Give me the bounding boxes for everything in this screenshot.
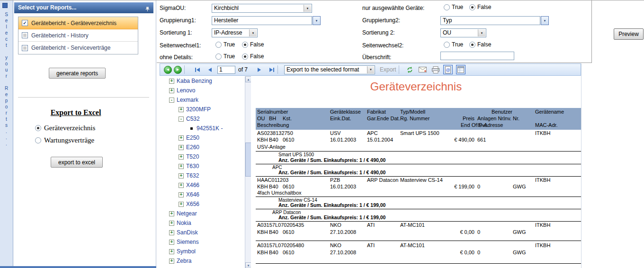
ohne-details-true-radio[interactable]: True [215, 53, 235, 60]
report-list-item-geraeteverzeichnis[interactable]: ✓ Gerätebericht - Geräteverzeichnis [18, 17, 138, 29]
prev-page-icon[interactable] [206, 66, 214, 73]
ueberschrift-input[interactable] [440, 52, 514, 60]
radio-selected-icon[interactable] [469, 4, 475, 10]
tree-expand-icon[interactable]: + [179, 192, 184, 197]
ohne-details-false-radio[interactable]: False [242, 53, 264, 60]
chevron-down-icon[interactable]: ▼ [249, 29, 257, 36]
tree-expand-icon[interactable]: + [179, 154, 184, 160]
tree-expand-icon[interactable]: + [169, 249, 174, 254]
export-data-icon[interactable]: @ [443, 65, 453, 74]
sortierung2-select[interactable]: OU ▼ [440, 28, 486, 37]
tree-item-3200mfp[interactable]: +3200MFP [160, 105, 245, 114]
tree-expand-icon[interactable]: + [169, 230, 174, 235]
tree-item-942551k[interactable]: 942551K - [160, 124, 245, 133]
tree-expand-icon[interactable]: + [169, 79, 174, 84]
sigmaou-select[interactable]: Kirchbichl ▼ [212, 4, 312, 13]
tree-item-nokia[interactable]: +Nokia [160, 218, 245, 228]
tree-item-t632[interactable]: +T632 [160, 171, 245, 180]
pin-icon[interactable] [145, 5, 151, 10]
tree-item-symbol[interactable]: +Symbol [160, 247, 245, 256]
tree-item-e250[interactable]: +E250 [160, 133, 245, 143]
radio-label[interactable]: False [477, 41, 491, 48]
seitenwechsel1-true-radio[interactable]: True [215, 41, 235, 48]
radio-label[interactable]: Geräteverzeichnis [44, 124, 95, 132]
tree-item-label[interactable]: Nokia [177, 220, 191, 226]
tree-expand-icon[interactable]: + [179, 173, 184, 179]
tree-item-lenovo[interactable]: +Lenovo [160, 86, 245, 95]
tree-expand-icon[interactable]: + [169, 259, 174, 264]
seitenwechsel2-true-radio[interactable]: True [444, 41, 463, 48]
radio-unselected-icon[interactable] [444, 42, 450, 48]
tree-item-siemens[interactable]: +Siemens [160, 237, 245, 247]
export-to-excel-button[interactable]: export to excel [51, 157, 103, 168]
tree-item-label[interactable]: 942551K - [197, 125, 223, 132]
radio-label[interactable]: False [250, 41, 264, 48]
tree-expand-icon[interactable]: + [179, 164, 184, 169]
tree-item-label[interactable]: E260 [186, 144, 199, 151]
tree-item-label[interactable]: T520 [186, 153, 199, 160]
gruppiertung2-select[interactable]: Typ [440, 16, 540, 25]
tree-item-sandisk[interactable]: +SanDisk [160, 228, 245, 237]
radio-label[interactable]: False [477, 4, 491, 10]
export-link[interactable]: Export [380, 66, 396, 73]
radio-option-wartungsvertraege[interactable]: Wartungsverträge [35, 136, 94, 144]
tree-item-label[interactable]: SanDisk [177, 229, 198, 236]
tree-expand-icon[interactable]: + [179, 107, 184, 112]
toggle-layout-icon[interactable] [456, 65, 465, 74]
tree-item-label[interactable]: T632 [186, 172, 199, 179]
forward-icon[interactable]: ▶ [174, 66, 182, 74]
radio-label[interactable]: True [452, 4, 463, 10]
tree-item-label[interactable]: E250 [186, 134, 199, 141]
gruppiertung2-dropdown-button[interactable]: ▼ [541, 16, 549, 25]
back-icon[interactable]: ◀ [164, 66, 172, 74]
gruppierung1-dropdown-button[interactable]: ▼ [313, 16, 321, 25]
radio-label[interactable]: True [224, 41, 235, 48]
tree-collapse-icon[interactable]: - [169, 98, 174, 103]
mail-icon[interactable] [419, 65, 427, 74]
radio-label[interactable]: True [452, 41, 463, 48]
tree-item-label[interactable]: Lenovo [177, 87, 195, 94]
gruppierung1-select[interactable]: Hersteller [212, 16, 312, 25]
chevron-down-icon[interactable]: ▼ [304, 5, 311, 12]
radio-selected-icon[interactable] [469, 42, 475, 48]
tree-expand-icon[interactable]: + [179, 183, 184, 188]
radio-unselected-icon[interactable] [215, 42, 222, 48]
page-number-input[interactable] [217, 66, 235, 74]
chevron-down-icon[interactable]: ▼ [367, 66, 374, 73]
tree-expand-icon[interactable]: + [179, 202, 184, 207]
next-page-icon[interactable] [255, 66, 263, 73]
tree-item-e260[interactable]: +E260 [160, 143, 245, 152]
tree-item-label[interactable]: 3200MFP [186, 106, 211, 113]
export-format-select[interactable]: Export to the selected format ▼ [284, 65, 375, 74]
nur-ausgewaehlte-true-radio[interactable]: True [444, 4, 463, 10]
tree-item-label[interactable]: Zebra [177, 258, 191, 264]
tree-item-label[interactable]: Lexmark [177, 97, 198, 103]
tree-item-label[interactable]: X646 [186, 191, 199, 198]
collapsed-panel-tab[interactable]: Select your Reports... [0, 0, 13, 268]
tree-item-kaba-benzing[interactable]: +Kaba Benzing [160, 76, 245, 86]
tree-item-label[interactable]: Symbol [177, 248, 196, 255]
tree-item-label[interactable]: Netgear [177, 210, 197, 217]
radio-selected-icon[interactable] [35, 125, 41, 131]
report-list-item-history[interactable]: Gerätebericht - History [18, 29, 138, 42]
radio-unselected-icon[interactable] [444, 4, 450, 10]
tree-item-label[interactable]: Kaba Benzing [177, 78, 212, 84]
tree-expand-icon[interactable]: + [169, 221, 174, 226]
seitenwechsel1-false-radio[interactable]: False [242, 41, 264, 48]
radio-unselected-icon[interactable] [35, 137, 41, 143]
radio-option-geraeteverzeichnis[interactable]: Geräteverzeichnis [35, 124, 95, 132]
sortierung1-select[interactable]: IP-Adresse ▼ [212, 28, 258, 37]
tree-item-label[interactable]: X466 [186, 182, 199, 188]
tree-item-x646[interactable]: +X646 [160, 190, 245, 199]
checkbox-unchecked-icon[interactable] [22, 32, 28, 38]
tree-item-t520[interactable]: +T520 [160, 152, 245, 161]
tree-item-label[interactable]: Siemens [177, 239, 199, 245]
tree-expand-icon[interactable]: + [179, 145, 184, 150]
tree-expand-icon[interactable]: + [179, 135, 184, 141]
checkbox-unchecked-icon[interactable] [22, 45, 28, 51]
tree-item-netgear[interactable]: +Netgear [160, 209, 245, 218]
tree-item-label[interactable]: X656 [186, 201, 199, 207]
seitenwechsel2-false-radio[interactable]: False [469, 41, 491, 48]
tree-item-label[interactable]: C532 [186, 116, 200, 122]
generate-reports-button[interactable]: generate reports [49, 68, 106, 79]
